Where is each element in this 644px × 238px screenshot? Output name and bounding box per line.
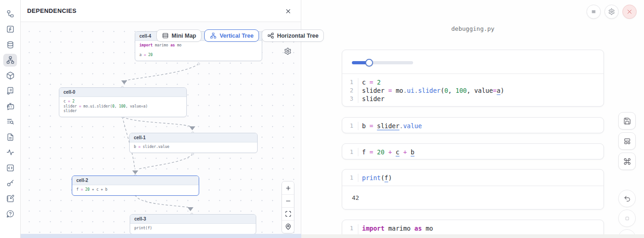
dependencies-panel-title: DEPENDENCIES: [27, 7, 76, 14]
locate-pin-icon: [285, 223, 292, 230]
graph-node-cell-3[interactable]: cell-3 print(f): [130, 214, 256, 234]
graph-zoom-controls: [282, 181, 294, 233]
header-menu-button[interactable]: [586, 5, 601, 19]
command-icon: [623, 158, 631, 165]
graph-minus-button[interactable]: [282, 194, 294, 207]
notebook-cell-2[interactable]: 1 f = 20 + c + b: [342, 143, 604, 159]
stop-icon: [623, 215, 631, 222]
sidebar-item-scroll[interactable]: [3, 85, 17, 97]
fullscreen-icon: [285, 210, 292, 217]
notebook-action-rail: [618, 112, 636, 238]
notebook-cell-1[interactable]: 1 b = slider.value: [342, 117, 604, 133]
rail-undo-button[interactable]: [618, 190, 636, 207]
graph-node-code: print(f): [130, 224, 256, 234]
graph-node-title: cell-3: [130, 215, 256, 224]
notebook-header-buttons: [586, 5, 637, 19]
node-port: [192, 153, 194, 155]
line-number: 3: [342, 95, 358, 103]
sidebar-item-key[interactable]: [3, 177, 17, 190]
code-line: 1 print(f): [342, 174, 604, 182]
cell-code-editor[interactable]: 1 b = slider.value: [342, 118, 604, 133]
rail-command-button[interactable]: [618, 153, 636, 170]
graph-node-cell-2[interactable]: cell-2 f = 20 + c + b: [72, 176, 199, 196]
graph-node-code: b = slider.value: [130, 142, 257, 153]
graph-locate-pin-button[interactable]: [282, 220, 294, 233]
line-number: 1: [342, 224, 358, 232]
rail-save-button[interactable]: [618, 112, 636, 130]
gear-icon: [284, 47, 292, 55]
graph-node-title: cell-2: [72, 176, 199, 185]
sidebar-item-bot-chat[interactable]: [3, 100, 17, 113]
code-line: 3 slider: [342, 95, 604, 103]
graph-node-cell-0[interactable]: cell-0 c = 2slider = mo.ui.slider(0, 100…: [59, 87, 187, 117]
code-line: 1 f = 20 + c + b: [342, 148, 604, 156]
document-icon: [6, 133, 15, 142]
sidebar-item-package[interactable]: [3, 69, 17, 82]
graph-node-cell-1[interactable]: cell-1 b = slider.value: [129, 133, 258, 153]
sidebar-item-file-tree[interactable]: [3, 7, 17, 20]
help-icon: [6, 210, 15, 218]
slider-track[interactable]: [352, 61, 413, 64]
graph-node-title: cell-0: [59, 88, 186, 97]
activity-icon: [6, 148, 15, 157]
notebook-cell-3[interactable]: 1 print(f) 42: [342, 169, 604, 210]
node-port: [198, 63, 200, 65]
undo-icon: [623, 195, 631, 203]
graph-node-code: c = 2slider = mo.ui.slider(0, 100, value…: [59, 97, 186, 117]
code-line: 1 import marimo as mo: [342, 224, 604, 232]
line-number: 1: [342, 174, 358, 182]
cell-code-editor[interactable]: 1 c = 2 2 slider = mo.ui.slider(0, 100, …: [342, 74, 604, 107]
sidebar-item-snippets-search[interactable]: [3, 115, 17, 128]
snippets-search-icon: [6, 117, 15, 126]
scratchpad-icon: [6, 194, 15, 203]
graph-view-toolbar: Mini Map Vertical Tree Horizontal Tree: [156, 29, 324, 42]
slider-thumb[interactable]: [365, 59, 373, 67]
notebook-main-area: debugging.py 1 c = 2 2 slider = mo.ui.sl…: [302, 0, 644, 238]
cell-code-editor[interactable]: 1 f = 20 + c + b: [342, 144, 604, 159]
edge-arrowhead: [188, 207, 194, 211]
cell-output-slider: [342, 50, 604, 74]
rail-layout-button[interactable]: [618, 132, 636, 150]
app-window: DEPENDENCIES cell-4 import marimo as mo …: [0, 0, 644, 238]
horizontal-tree-icon: [267, 32, 274, 39]
sidebar-item-code-square[interactable]: [3, 161, 17, 174]
graph-view-button-horizontal-tree[interactable]: Horizontal Tree: [262, 29, 324, 42]
cell-output-text: 42: [342, 186, 604, 210]
menu-icon: [590, 8, 597, 15]
notebook-filename: debugging.py: [342, 25, 604, 32]
sidebar-item-document[interactable]: [3, 130, 17, 143]
dependencies-panel: DEPENDENCIES cell-4 import marimo as mo …: [21, 0, 301, 238]
graph-fullscreen-button[interactable]: [282, 207, 294, 220]
save-icon: [623, 117, 631, 125]
minus-icon: [285, 198, 292, 204]
sidebar-item-database[interactable]: [3, 38, 17, 51]
sidebar-item-function[interactable]: [3, 23, 17, 36]
line-number: 1: [342, 78, 358, 86]
cell-code-editor[interactable]: 1 print(f): [342, 170, 604, 186]
graph-plus-button[interactable]: [282, 181, 294, 194]
close-panel-button[interactable]: [283, 6, 293, 16]
header-close-button[interactable]: [622, 5, 637, 19]
sidebar-item-activity[interactable]: [3, 146, 17, 159]
header-gear-button[interactable]: [604, 5, 619, 19]
dependency-graph-icon: [6, 56, 15, 64]
graph-view-button-mini-map[interactable]: Mini Map: [156, 29, 201, 42]
close-icon: [626, 8, 633, 15]
key-icon: [6, 179, 15, 187]
graph-node-code: f = 20 + c + b: [72, 185, 199, 195]
graph-view-button-vertical-tree[interactable]: Vertical Tree: [204, 29, 259, 42]
line-number: 2: [342, 86, 358, 95]
notebook-cell-0[interactable]: 1 c = 2 2 slider = mo.ui.slider(0, 100, …: [342, 50, 604, 107]
code-line: 2 slider = mo.ui.slider(0, 100, value=a): [342, 86, 604, 95]
dependencies-panel-header: DEPENDENCIES: [21, 0, 301, 22]
vertical-tree-icon: [210, 32, 217, 39]
edge-arrowhead: [132, 170, 138, 175]
sidebar-item-scratchpad[interactable]: [3, 192, 17, 205]
graph-settings-gear-icon[interactable]: [284, 47, 292, 55]
function-icon: [6, 25, 15, 34]
sidebar-item-help[interactable]: [3, 208, 17, 221]
bot-chat-icon: [6, 102, 15, 111]
rail-stop-button[interactable]: [618, 210, 636, 227]
dependency-graph-canvas[interactable]: cell-4 import marimo as mo a = 20 cell-0…: [21, 22, 301, 238]
sidebar-item-dependency-graph[interactable]: [3, 54, 17, 67]
